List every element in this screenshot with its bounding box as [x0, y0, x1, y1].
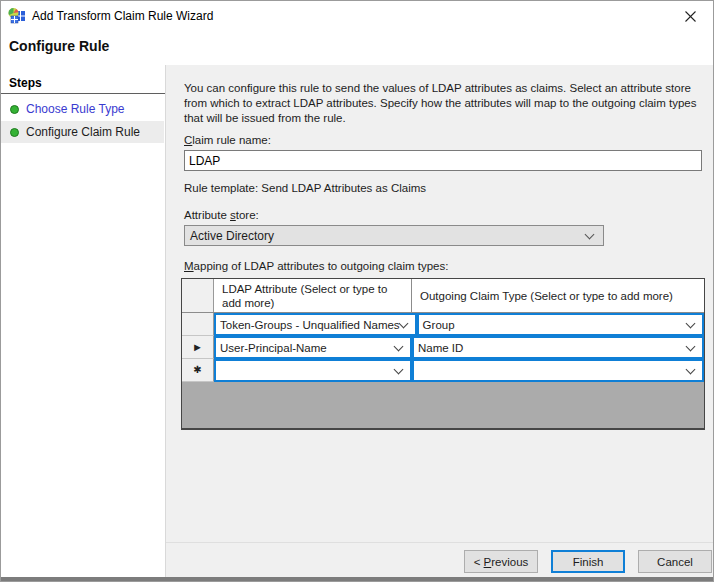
attribute-store-select[interactable]: Active Directory [184, 225, 604, 246]
ldap-attribute-cell: User-Principal-Name [214, 336, 412, 359]
window-bottom-edge [1, 577, 714, 582]
previous-button[interactable]: < Previous [464, 550, 538, 573]
table-header-row: LDAP Attribute (Select or type to add mo… [182, 279, 704, 313]
titlebar: Add Transform Claim Rule Wizard [1, 1, 713, 31]
step-choose-rule-type[interactable]: Choose Rule Type [1, 98, 164, 120]
row-indicator-cell: ► [182, 336, 214, 359]
chevron-down-icon [686, 364, 696, 374]
row-indicator-cell [182, 313, 214, 336]
ldap-attribute-value: Token-Groups - Unqualified Names [216, 319, 400, 331]
cancel-button[interactable]: Cancel [638, 550, 712, 573]
steps-heading: Steps [9, 76, 42, 90]
outgoing-claim-value: Name ID [414, 342, 687, 354]
rule-template-text: Rule template: Send LDAP Attributes as C… [184, 182, 426, 194]
close-icon [685, 11, 696, 22]
window-title: Add Transform Claim Rule Wizard [32, 9, 213, 23]
row-indicator-cell: ✱ [182, 359, 214, 382]
wizard-window: Add Transform Claim Rule Wizard Configur… [0, 0, 714, 582]
ldap-attribute-cell: Token-Groups - Unqualified Names [214, 313, 417, 336]
mapping-label: Mapping of LDAP attributes to outgoing c… [184, 260, 448, 272]
finish-button[interactable]: Finish [551, 550, 625, 573]
outgoing-claim-cell: Name ID [412, 336, 704, 359]
attribute-store-value: Active Directory [185, 229, 586, 243]
claim-rule-name-label: Claim rule name: [184, 134, 271, 146]
chevron-down-icon [394, 364, 404, 374]
table-row: ► User-Principal-Name Name ID [182, 336, 704, 359]
ldap-attribute-cell [214, 359, 412, 382]
outgoing-claim-select[interactable]: Name ID [412, 336, 704, 359]
ldap-attribute-value: User-Principal-Name [216, 342, 395, 354]
footer-divider [166, 542, 714, 543]
table-row: Token-Groups - Unqualified Names Group [182, 313, 704, 336]
table-empty-area [182, 382, 704, 428]
steps-sidebar: Steps Choose Rule Type Configure Claim R… [1, 65, 165, 577]
close-button[interactable] [675, 5, 705, 27]
outgoing-claim-cell: Group [417, 313, 704, 336]
chevron-down-icon [686, 341, 696, 351]
outgoing-claim-select[interactable]: Group [417, 313, 704, 336]
row-indicator-header [182, 279, 214, 312]
claim-rule-name-input[interactable] [184, 150, 702, 171]
step-label: Configure Claim Rule [26, 125, 140, 139]
step-configure-claim-rule[interactable]: Configure Claim Rule [1, 121, 164, 143]
outgoing-claim-cell [412, 359, 704, 382]
table-row-new: ✱ [182, 359, 704, 382]
ldap-attribute-select[interactable] [214, 359, 412, 382]
new-row-icon: ✱ [193, 365, 201, 375]
outgoing-claim-type-column-header: Outgoing Claim Type (Select or type to a… [412, 279, 704, 312]
mapping-table: LDAP Attribute (Select or type to add mo… [181, 278, 705, 430]
outgoing-claim-value: Group [419, 319, 687, 331]
step-complete-icon [10, 128, 19, 137]
chevron-down-icon [686, 318, 696, 328]
adfs-wizard-icon [8, 7, 26, 24]
ldap-attribute-select[interactable]: User-Principal-Name [214, 336, 412, 359]
ldap-attribute-select[interactable]: Token-Groups - Unqualified Names [214, 313, 417, 336]
steps-divider [1, 93, 165, 94]
outgoing-claim-select[interactable] [412, 359, 704, 382]
chevron-down-icon [394, 341, 404, 351]
step-complete-icon [10, 105, 19, 114]
current-row-icon: ► [192, 342, 203, 353]
chevron-down-icon [398, 318, 408, 328]
ldap-attribute-column-header: LDAP Attribute (Select or type to add mo… [214, 279, 412, 312]
page-title: Configure Rule [9, 38, 109, 54]
attribute-store-label: Attribute store: [184, 209, 259, 221]
step-label: Choose Rule Type [26, 102, 125, 116]
chevron-down-icon [585, 229, 595, 239]
main-panel: You can configure this rule to send the … [166, 65, 714, 543]
rule-description: You can configure this rule to send the … [184, 81, 708, 126]
